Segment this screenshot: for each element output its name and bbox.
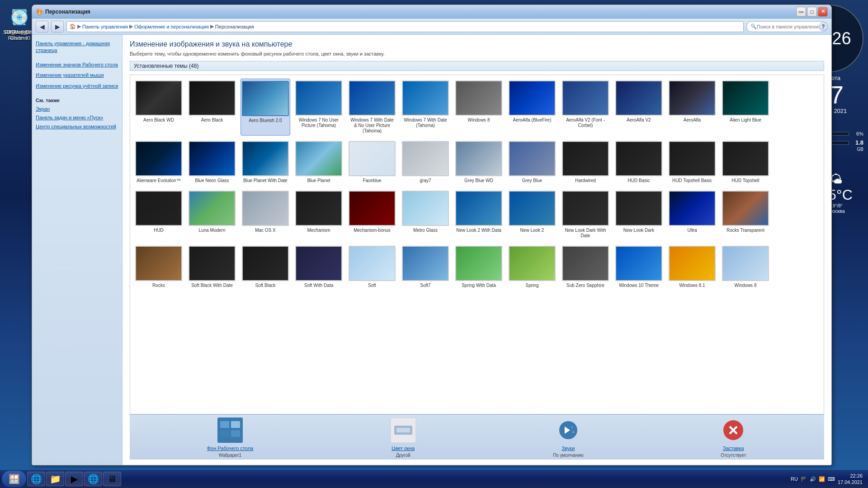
theme-item-spring-data[interactable]: Spring With Data bbox=[454, 244, 504, 290]
breadcrumb-design[interactable]: Оформление и персонализация bbox=[134, 24, 209, 29]
theme-thumbnail bbox=[669, 246, 716, 281]
thumb-inner bbox=[563, 142, 608, 175]
system-tray: RU 🏴 🔊 📶 ⌨ 22:26 17.04.2021 bbox=[787, 473, 866, 486]
theme-name: gray7 bbox=[420, 178, 431, 183]
theme-item-hud-basic[interactable]: HUD Basic bbox=[614, 139, 664, 185]
sidebar-home-link[interactable]: Панель управления - домашняя страница bbox=[36, 39, 118, 55]
wallpaper-item[interactable]: Фон Рабочего стола Wallpaper1 bbox=[207, 417, 254, 458]
theme-item-soft[interactable]: Soft bbox=[347, 244, 397, 290]
theme-item-new-look2-data[interactable]: New Look 2 With Data bbox=[454, 189, 504, 240]
theme-thumbnail bbox=[509, 191, 556, 226]
tray-network[interactable]: 📶 bbox=[819, 476, 825, 482]
theme-item-soft7[interactable]: Soft7 bbox=[401, 244, 450, 290]
back-button[interactable]: ◀ bbox=[36, 21, 48, 33]
sidebar-link-mouse[interactable]: Изменение указателей мыши bbox=[36, 71, 118, 80]
theme-item-aero-black-wd[interactable]: Aero Black WD bbox=[134, 79, 184, 136]
theme-item-win7-date-no[interactable]: Windows 7 With Date & No User Picture (T… bbox=[347, 79, 397, 136]
close-button[interactable]: ✕ bbox=[818, 7, 828, 17]
theme-item-mechanism[interactable]: Mechanism bbox=[294, 189, 344, 240]
theme-item-win7-no-user[interactable]: Windows 7 No User Picture (Tahoma) bbox=[294, 79, 344, 136]
theme-item-aero-black[interactable]: Aero Black bbox=[187, 79, 237, 136]
color-label[interactable]: Цвет окна bbox=[392, 446, 415, 451]
desktop-icon-sdi[interactable]: 💿 SDI_Mini_Dr... bbox=[2, 5, 36, 37]
theme-item-aeroalfa-v2[interactable]: AeroAlfa V2 bbox=[614, 79, 664, 136]
thumb-inner bbox=[243, 82, 288, 115]
main-window: 🎨 Персонализация — □ ✕ ◀ ▶ 🏠 ▶ Панель уп… bbox=[32, 5, 832, 465]
tray-lang[interactable]: RU bbox=[791, 476, 798, 482]
wallpaper-label[interactable]: Фон Рабочего стола bbox=[207, 446, 254, 451]
theme-item-new-look2[interactable]: New Look 2 bbox=[507, 189, 557, 240]
taskbar-chrome-task[interactable]: 🌐 bbox=[84, 472, 102, 486]
start-button[interactable]: 🪟 bbox=[2, 471, 26, 487]
theme-item-spring[interactable]: Spring bbox=[507, 244, 557, 290]
search-input[interactable] bbox=[757, 24, 820, 29]
tray-time[interactable]: 22:26 17.04.2021 bbox=[838, 473, 863, 486]
maximize-button[interactable]: □ bbox=[807, 7, 817, 17]
theme-item-hud-topshell[interactable]: HUD Topshell bbox=[721, 139, 770, 185]
sound-sub: По умолчанию bbox=[553, 453, 584, 458]
themes-container[interactable]: Aero Black WD Aero Black Aero Blueish 2.… bbox=[130, 75, 824, 414]
theme-item-new-look-dark-date[interactable]: New Look Dark With Date bbox=[561, 189, 610, 240]
theme-item-win8-2[interactable]: Windows 8 bbox=[721, 244, 770, 290]
theme-name: Alien Light Blue bbox=[730, 117, 761, 123]
color-item[interactable]: Цвет окна Другой bbox=[390, 417, 417, 458]
theme-item-ultra[interactable]: Ultra bbox=[667, 189, 717, 240]
theme-item-hud-topshell-basic[interactable]: HUD Topshell Basic bbox=[667, 139, 717, 185]
theme-item-win81[interactable]: Windows 8.1 bbox=[667, 244, 717, 290]
forward-button[interactable]: ▶ bbox=[51, 21, 64, 33]
sidebar-link-icons[interactable]: Изменение значков Рабочего стола bbox=[36, 61, 118, 69]
theme-item-win10[interactable]: Windows 10 Theme bbox=[614, 244, 664, 290]
taskbar-explorer[interactable]: 📁 bbox=[46, 472, 64, 486]
color-icon bbox=[390, 417, 417, 444]
theme-item-gray7[interactable]: gray7 bbox=[401, 139, 450, 185]
tray-volume[interactable]: 🔊 bbox=[810, 476, 816, 482]
theme-item-aeroalfa-v2-corbel[interactable]: AeroAlfa V2 (Font - Corbel) bbox=[561, 79, 610, 136]
theme-item-luna-modern[interactable]: Luna Modern bbox=[187, 189, 237, 240]
theme-item-win8[interactable]: Windows 8 bbox=[454, 79, 504, 136]
sound-label[interactable]: Звуки bbox=[562, 446, 575, 451]
search-bar[interactable]: 🔍 bbox=[746, 21, 828, 32]
theme-item-aeroalfa-blue[interactable]: AeroAlfa (BlueFire) bbox=[507, 79, 557, 136]
theme-item-soft-black[interactable]: Soft Black bbox=[241, 244, 290, 290]
sidebar-link-taskbar[interactable]: Панель задач и меню «Пуск» bbox=[36, 113, 118, 122]
theme-item-blue-neon[interactable]: Blue Neon Glass bbox=[187, 139, 237, 185]
theme-item-aeroalfa[interactable]: AeroAlfa bbox=[667, 79, 717, 136]
theme-item-soft-black-date[interactable]: Soft Black With Date bbox=[187, 244, 237, 290]
screensaver-label[interactable]: Заставка bbox=[723, 446, 744, 451]
minimize-button[interactable]: — bbox=[796, 7, 806, 17]
theme-item-grey-blue[interactable]: Grey Blue bbox=[507, 139, 557, 185]
theme-item-macosx[interactable]: Mac OS X bbox=[241, 189, 290, 240]
theme-item-hud[interactable]: HUD bbox=[134, 189, 184, 240]
thumb-inner bbox=[243, 142, 288, 175]
theme-thumbnail bbox=[562, 141, 609, 176]
theme-item-win7-date[interactable]: Windows 7 With Date (Tahoma) bbox=[401, 79, 450, 136]
theme-item-rocks[interactable]: Rocks bbox=[134, 244, 184, 290]
theme-thumbnail bbox=[295, 191, 342, 226]
taskbar-media[interactable]: ▶ bbox=[65, 472, 83, 486]
sidebar-link-screen[interactable]: Экран bbox=[36, 105, 118, 113]
sound-item[interactable]: ♪ ♫ Звуки По умолчанию bbox=[553, 417, 584, 458]
screensaver-item[interactable]: Заставка Отсутствует bbox=[720, 417, 747, 458]
theme-item-sub-zero[interactable]: Sub Zero Sapphire bbox=[561, 244, 610, 290]
taskbar-ie[interactable]: 🌐 bbox=[27, 472, 45, 486]
theme-item-new-look-dark[interactable]: New Look Dark bbox=[614, 189, 664, 240]
thumb-inner bbox=[243, 247, 288, 280]
theme-item-aero-blueish[interactable]: Aero Blueish 2.0 bbox=[241, 79, 290, 136]
sidebar-link-account[interactable]: Изменение рисунка учётной записи bbox=[36, 82, 118, 90]
tray-keyboard[interactable]: ⌨ bbox=[828, 476, 835, 482]
sidebar-link-accessibility[interactable]: Центр специальных возможностей bbox=[36, 122, 118, 131]
taskbar-display[interactable]: 🖥 bbox=[103, 472, 121, 486]
breadcrumb-panel[interactable]: Панель управления bbox=[82, 24, 128, 29]
theme-item-metro-glass[interactable]: Metro Glass bbox=[401, 189, 450, 240]
thumb-inner bbox=[723, 192, 768, 225]
theme-item-grey-blue-wd[interactable]: Grey Blue WD bbox=[454, 139, 504, 185]
theme-item-rocks-transparent[interactable]: Rocks Transparent bbox=[721, 189, 770, 240]
theme-item-alienware[interactable]: Alienware Evolution™ bbox=[134, 139, 184, 185]
theme-item-mechanism-bonus[interactable]: Mechanism-bonus bbox=[347, 189, 397, 240]
theme-item-blue-planet-date[interactable]: Blue Planet With Date bbox=[241, 139, 290, 185]
theme-item-soft-with-data[interactable]: Soft With Data bbox=[294, 244, 344, 290]
theme-item-faceblue[interactable]: Faceblue bbox=[347, 139, 397, 185]
theme-item-alien-light[interactable]: Alien Light Blue bbox=[721, 79, 770, 136]
theme-item-hardwired[interactable]: Hardwired bbox=[561, 139, 610, 185]
theme-item-blue-planet[interactable]: Blue Planet bbox=[294, 139, 344, 185]
